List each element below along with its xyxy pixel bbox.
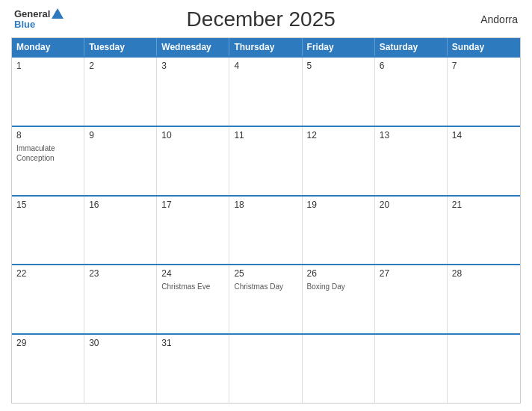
header-sunday: Sunday [448,38,520,56]
cell-dec-3: 3 [157,58,229,126]
cell-dec-1: 1 [12,58,84,126]
cell-dec-26: 26 Boxing Day [303,265,375,333]
country-label: Andorra [458,13,518,25]
cell-dec-19: 19 [303,197,375,265]
cell-dec-13: 13 [375,127,448,195]
cell-dec-20: 20 [375,197,448,265]
cell-dec-27: 27 [375,265,448,333]
cell-dec-11: 11 [229,127,302,195]
header-monday: Monday [12,38,84,56]
cell-dec-24: 24 Christmas Eve [157,265,229,333]
cell-dec-10: 10 [157,127,229,195]
header: General Blue December 2025 Andorra [11,7,521,31]
cell-dec-28: 28 [448,265,520,333]
cell-dec-31: 31 [157,335,229,403]
week-4: 22 23 24 Christmas Eve 25 Christmas Day … [12,264,520,333]
cell-empty-3 [375,335,448,403]
cell-dec-8: 8 ImmaculateConception [12,127,84,195]
cell-dec-4: 4 [229,58,302,126]
cell-dec-7: 7 [448,58,520,126]
header-friday: Friday [303,38,375,56]
cell-dec-22: 22 [12,265,84,333]
logo: General Blue [14,9,64,31]
cell-dec-18: 18 [229,197,302,265]
week-3: 15 16 17 18 19 20 21 [12,195,520,265]
cell-dec-23: 23 [84,265,157,333]
cell-dec-5: 5 [303,58,375,126]
logo-general-text: General [14,9,50,19]
cell-dec-25: 25 Christmas Day [229,265,302,333]
header-wednesday: Wednesday [157,38,229,56]
cell-empty-2 [303,335,375,403]
logo-triangle-icon [52,8,64,19]
week-1: 1 2 3 4 5 6 7 [12,56,520,126]
cell-dec-14: 14 [448,127,520,195]
calendar-body: 1 2 3 4 5 6 7 8 ImmaculateConception 9 1… [12,56,520,403]
cell-empty-4 [448,335,520,403]
cell-dec-9: 9 [84,127,157,195]
calendar-header: Monday Tuesday Wednesday Thursday Friday… [12,38,520,56]
cell-dec-12: 12 [303,127,375,195]
cell-dec-17: 17 [157,197,229,265]
cell-empty-1 [229,335,302,403]
header-thursday: Thursday [229,38,302,56]
cell-dec-21: 21 [448,197,520,265]
cell-dec-6: 6 [375,58,448,126]
week-5: 29 30 31 [12,333,520,403]
cell-dec-30: 30 [84,335,157,403]
cell-dec-29: 29 [12,335,84,403]
logo-blue-text: Blue [14,19,64,30]
cell-dec-15: 15 [12,197,84,265]
header-tuesday: Tuesday [84,38,157,56]
calendar-title: December 2025 [64,7,458,31]
header-saturday: Saturday [375,38,448,56]
cell-dec-16: 16 [84,197,157,265]
week-2: 8 ImmaculateConception 9 10 11 12 13 14 [12,126,520,195]
page: General Blue December 2025 Andorra Monda… [0,0,532,411]
calendar: Monday Tuesday Wednesday Thursday Friday… [11,37,521,404]
cell-dec-2: 2 [84,58,157,126]
